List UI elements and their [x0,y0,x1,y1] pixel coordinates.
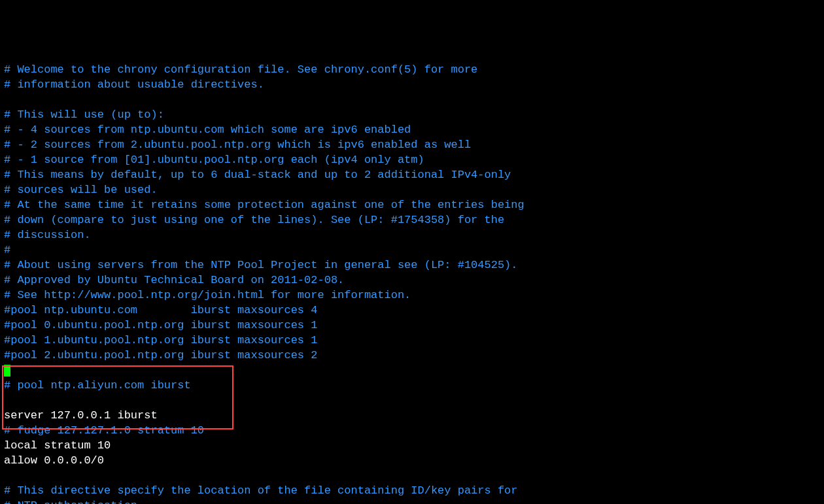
text-cursor [4,365,10,377]
config-comment-line: # - 4 sources from ntp.ubuntu.com which … [4,124,411,136]
config-directive-line: server 127.0.0.1 iburst [4,409,158,422]
blank-line [4,469,10,482]
terminal-editor[interactable]: # Welcome to the chrony configuration fi… [4,63,820,504]
config-comment-line: #pool 0.ubuntu.pool.ntp.org iburst maxso… [4,319,317,331]
config-comment-line: # discussion. [4,229,91,241]
config-comment-line: # - 2 sources from 2.ubuntu.pool.ntp.org… [4,139,471,151]
config-comment-line: # See http://www.pool.ntp.org/join.html … [4,289,411,301]
blank-line [4,93,10,106]
config-comment-line: #pool 2.ubuntu.pool.ntp.org iburst maxso… [4,349,317,361]
config-comment-line: # Approved by Ubuntu Technical Board on … [4,274,344,286]
config-comment-line: # [4,244,10,256]
config-comment-line: # down (compare to just using one of the… [4,214,504,226]
config-comment-line: # This means by default, up to 6 dual-st… [4,169,511,181]
config-comment-line: # This will use (up to): [4,109,164,121]
blank-line [4,394,10,407]
config-comment-line: # This directive specify the location of… [4,484,518,497]
config-comment-line: # sources will be used. [4,184,158,196]
config-comment-line: #pool ntp.ubuntu.com iburst maxsources 4 [4,304,317,316]
config-comment-line: # pool ntp.aliyun.com iburst [4,379,191,392]
config-comment-line: #pool 1.ubuntu.pool.ntp.org iburst maxso… [4,334,317,346]
config-comment-line: # - 1 source from [01].ubuntu.pool.ntp.o… [4,154,424,166]
config-comment-line: # Welcome to the chrony configuration fi… [4,63,477,76]
config-comment-line: # fudge 127.127.1.0 stratum 10 [4,424,204,437]
config-comment-line: # information about usuable directives. [4,78,264,91]
config-directive-line: allow 0.0.0.0/0 [4,454,104,467]
config-comment-line: # At the same time it retains some prote… [4,199,524,211]
config-comment-line: # About using servers from the NTP Pool … [4,259,518,271]
config-comment-line: # NTP authentication. [4,499,144,504]
config-directive-line: local stratum 10 [4,439,111,452]
